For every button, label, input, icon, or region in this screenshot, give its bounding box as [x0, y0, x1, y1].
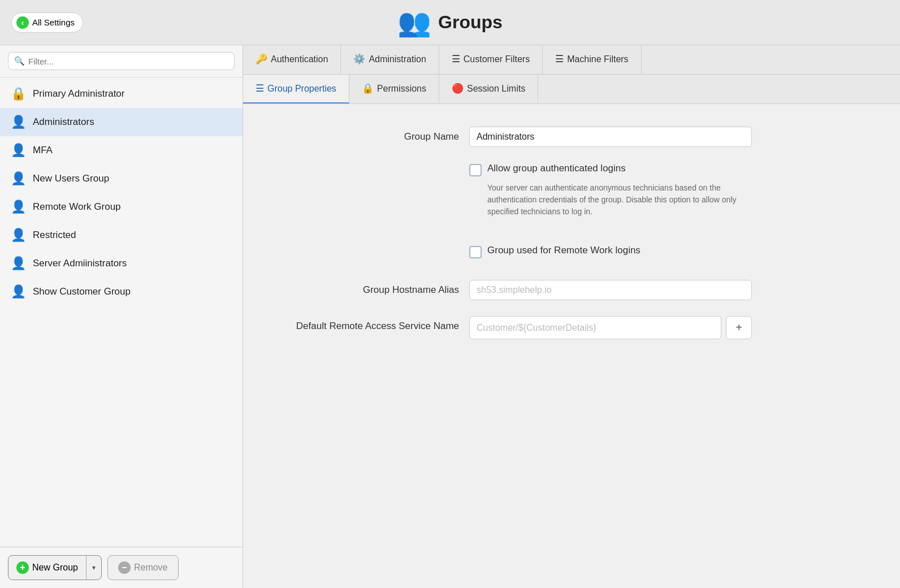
allow-logins-control: Allow group authenticated logins Your se…	[469, 163, 752, 229]
hostname-alias-label: Group Hostname Alias	[277, 280, 469, 296]
list-icon: ☰	[256, 83, 264, 94]
top-bar: ‹ All Settings 👥 Groups	[0, 0, 900, 45]
hostname-alias-control	[469, 280, 752, 300]
allow-logins-checkbox-row: Allow group authenticated logins	[469, 163, 752, 176]
page-title-area: 👥 Groups	[397, 9, 503, 36]
tab-customer-filters[interactable]: ☰ Customer Filters	[439, 45, 543, 74]
remote-work-checkbox-row: Group used for Remote Work logins	[469, 245, 752, 258]
filter-icon: ☰	[452, 53, 460, 65]
tab-administration[interactable]: ⚙️ Administration	[341, 45, 439, 74]
remote-work-checkbox[interactable]	[469, 246, 482, 258]
lock-icon: 🔒	[10, 87, 26, 101]
sidebar-item-show-customer-group[interactable]: 👤 Show Customer Group	[0, 278, 243, 306]
all-settings-button[interactable]: ‹ All Settings	[11, 12, 83, 33]
lock-icon: 🔒	[362, 83, 374, 94]
tab-authentication[interactable]: 🔑 Authentication	[243, 45, 341, 74]
sidebar-item-mfa[interactable]: 👤 MFA	[0, 136, 243, 165]
sidebar-item-restricted[interactable]: 👤 Restricted	[0, 221, 243, 249]
filter-input-wrap: 🔍	[8, 52, 235, 70]
page-title: Groups	[438, 12, 503, 33]
sidebar-item-label: Administrators	[33, 116, 94, 128]
tab-machine-filters[interactable]: ☰ Machine Filters	[543, 45, 641, 74]
sidebar-item-label: Primary Administrator	[33, 88, 124, 100]
allow-logins-checkbox[interactable]	[469, 164, 482, 176]
sidebar-item-label: Remote Work Group	[33, 201, 121, 213]
remote-work-control: Group used for Remote Work logins	[469, 245, 752, 264]
sidebar-item-label: Server Admiinistrators	[33, 258, 127, 269]
allow-logins-label: Allow group authenticated logins	[487, 163, 626, 174]
tab-label: Authentication	[271, 54, 328, 64]
groups-icon: 👥	[397, 9, 431, 36]
tabs-row-2: ☰ Group Properties 🔒 Permissions 🔴 Sessi…	[243, 75, 900, 104]
tab-label: Customer Filters	[464, 54, 530, 64]
user-icon: 👤	[10, 228, 26, 243]
key-icon: 🔑	[256, 53, 267, 65]
sidebar-item-label: Restricted	[33, 230, 76, 241]
sidebar-filter-area: 🔍	[0, 45, 243, 77]
plus-circle-icon: +	[16, 561, 29, 574]
sidebar-item-remote-work-group[interactable]: 👤 Remote Work Group	[0, 193, 243, 221]
tab-label: Permissions	[377, 84, 426, 94]
tab-label: Administration	[369, 54, 426, 64]
sidebar-item-administrators[interactable]: 👤 Administrators	[0, 108, 243, 136]
hostname-alias-input[interactable]	[469, 280, 752, 300]
remote-work-spacer	[277, 245, 469, 249]
new-group-label: New Group	[32, 563, 78, 573]
remove-button[interactable]: − Remove	[107, 555, 179, 580]
user-icon: 👤	[10, 256, 26, 271]
sidebar-item-primary-administrator[interactable]: 🔒 Primary Administrator	[0, 80, 243, 108]
remote-work-label: Group used for Remote Work logins	[487, 245, 641, 256]
tab-session-limits[interactable]: 🔴 Session Limits	[439, 75, 538, 103]
lifesaver-icon: 🔴	[452, 83, 464, 94]
sidebar-item-new-users-group[interactable]: 👤 New Users Group	[0, 165, 243, 193]
content-area: Group Name Allow group authenticated log…	[243, 104, 900, 588]
group-name-control	[469, 127, 752, 147]
right-panel: 🔑 Authentication ⚙️ Administration ☰ Cus…	[243, 45, 900, 588]
user-icon: 👤	[10, 200, 26, 214]
dropdown-arrow-icon[interactable]: ▾	[86, 558, 101, 577]
tab-label: Machine Filters	[567, 54, 628, 64]
sidebar-item-label: Show Customer Group	[33, 286, 131, 297]
add-service-name-button[interactable]: +	[726, 316, 752, 339]
tabs-row-1: 🔑 Authentication ⚙️ Administration ☰ Cus…	[243, 45, 900, 75]
service-name-control: +	[469, 316, 752, 339]
allow-logins-spacer	[277, 163, 469, 167]
user-icon: 👤	[10, 115, 26, 129]
sidebar-footer: + New Group ▾ − Remove	[0, 547, 243, 588]
filter-input[interactable]	[28, 57, 228, 66]
all-settings-label: All Settings	[32, 18, 75, 27]
back-arrow-icon: ‹	[16, 16, 29, 29]
filter-icon: ☰	[555, 53, 564, 65]
search-icon: 🔍	[14, 56, 25, 66]
minus-circle-icon: −	[118, 561, 131, 574]
sidebar: 🔍 🔒 Primary Administrator 👤 Administrato…	[0, 45, 243, 588]
main-content: 🔍 🔒 Primary Administrator 👤 Administrato…	[0, 45, 900, 588]
group-name-input[interactable]	[469, 127, 752, 147]
allow-logins-desc: Your server can authenticate anonymous t…	[487, 182, 752, 218]
user-icon: 👤	[10, 143, 26, 158]
gear-icon: ⚙️	[353, 53, 365, 65]
hostname-alias-row: Group Hostname Alias	[277, 280, 866, 300]
new-group-main: + New Group	[8, 556, 86, 580]
remove-label: Remove	[134, 563, 168, 573]
sidebar-item-label: New Users Group	[33, 173, 109, 184]
tab-permissions[interactable]: 🔒 Permissions	[349, 75, 439, 103]
group-name-label: Group Name	[277, 127, 469, 142]
sidebar-item-server-administrators[interactable]: 👤 Server Admiinistrators	[0, 249, 243, 278]
group-name-row: Group Name	[277, 127, 866, 147]
sidebar-list: 🔒 Primary Administrator 👤 Administrators…	[0, 77, 243, 547]
tab-group-properties[interactable]: ☰ Group Properties	[243, 75, 349, 103]
sidebar-item-label: MFA	[33, 145, 53, 156]
remote-work-row: Group used for Remote Work logins	[277, 245, 866, 264]
user-icon: 👤	[10, 284, 26, 299]
user-icon: 👤	[10, 171, 26, 186]
new-group-button[interactable]: + New Group ▾	[8, 555, 102, 580]
service-name-label: Default Remote Access Service Name	[277, 316, 469, 332]
tab-label: Group Properties	[267, 84, 336, 94]
tab-label: Session Limits	[467, 84, 525, 94]
service-name-input-group: +	[469, 316, 752, 339]
service-name-row: Default Remote Access Service Name +	[277, 316, 866, 339]
service-name-input[interactable]	[469, 316, 721, 339]
allow-logins-row: Allow group authenticated logins Your se…	[277, 163, 866, 229]
